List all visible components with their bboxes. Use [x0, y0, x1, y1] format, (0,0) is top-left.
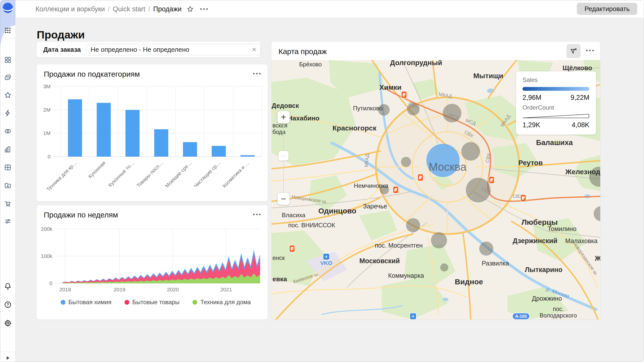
- date-filter-input[interactable]: Не определено - Не определено ×: [86, 44, 261, 55]
- map-label: Видное: [455, 278, 483, 286]
- bar[interactable]: [68, 99, 82, 157]
- bar-chart[interactable]: 3M2M1M0Техника для кр…КухоннаяКухонные т…: [37, 82, 268, 201]
- bar[interactable]: [240, 155, 255, 157]
- map-bubble[interactable]: [479, 242, 493, 256]
- road-number-text: А-105: [515, 314, 527, 319]
- map-label: Володарского: [540, 312, 577, 319]
- map-menu-button[interactable]: [586, 50, 594, 51]
- bar-chart-icon: [4, 146, 12, 153]
- map-label: Малаховка: [565, 237, 597, 244]
- dot: [259, 73, 261, 74]
- bell-icon: [4, 282, 12, 290]
- legend-item[interactable]: Техника для дома: [192, 299, 251, 306]
- map-bubble[interactable]: [406, 218, 420, 232]
- table-icon: [4, 164, 12, 171]
- map-label: Заречье: [363, 203, 387, 210]
- dots-grid-icon: [4, 27, 11, 34]
- legend-item[interactable]: Бытовые товары: [125, 299, 180, 306]
- clear-filter-icon[interactable]: ×: [252, 46, 256, 53]
- ordercount-max-value: 4,08K: [572, 121, 589, 129]
- map-label: Брёхово: [299, 61, 321, 68]
- sidebar-item-collections[interactable]: [4, 56, 12, 64]
- mcd-glyph: ₽: [290, 246, 294, 251]
- dot: [589, 50, 591, 51]
- sales-min-value: 2,96M: [522, 94, 541, 102]
- y-axis-tick: 2M: [43, 107, 51, 113]
- x-axis-tick: Косметика и …: [221, 160, 250, 189]
- bar[interactable]: [126, 110, 140, 157]
- settings-button[interactable]: [4, 319, 12, 327]
- area-chart[interactable]: 200k100k02018201920202021: [37, 223, 268, 297]
- map-bubble[interactable]: [461, 142, 480, 161]
- dot: [253, 214, 255, 215]
- bar[interactable]: [183, 142, 197, 157]
- bar-chart-menu-button[interactable]: [253, 73, 261, 74]
- breadcrumb-collections[interactable]: Коллекции и воркбуки: [35, 5, 105, 13]
- star-icon: [4, 91, 12, 99]
- x-axis-tick: 2019: [114, 287, 126, 292]
- sidebar-item-operations[interactable]: [4, 109, 12, 117]
- dashboard-content: Продажи Дата заказа Не определено - Не о…: [15, 18, 644, 362]
- legend-dot-icon: [61, 300, 65, 305]
- cart-icon: [4, 200, 12, 207]
- sidebar-item-workbooks[interactable]: [4, 74, 12, 81]
- sidebar-item-charts[interactable]: [4, 146, 12, 153]
- sidebar-item-datasets[interactable]: [4, 164, 12, 171]
- notifications-button[interactable]: [4, 282, 12, 290]
- map-label: Москва: [429, 161, 467, 173]
- expand-sidebar-button[interactable]: [4, 354, 12, 362]
- map-filter-button[interactable]: [567, 44, 581, 58]
- play-icon: [5, 355, 11, 361]
- y-axis-tick: 200k: [41, 226, 52, 232]
- bar[interactable]: [97, 103, 111, 157]
- map-bubble[interactable]: [431, 232, 447, 248]
- apps-grid-icon[interactable]: [4, 27, 12, 34]
- datalens-logo[interactable]: [2, 2, 13, 13]
- more-actions-button[interactable]: [200, 8, 208, 10]
- sidebar-item-connections[interactable]: [4, 127, 12, 135]
- breadcrumb-separator: /: [148, 5, 150, 13]
- area-chart-menu-button[interactable]: [253, 214, 261, 215]
- map-label: Власиха: [282, 212, 305, 218]
- edit-button[interactable]: Редактировать: [577, 3, 637, 15]
- legend-item[interactable]: Бытовая химия: [61, 299, 111, 306]
- sidebar-item-services[interactable]: [4, 217, 12, 225]
- copy-icon: [4, 74, 12, 81]
- bar-chart-title: Продажи по подкатегориям: [44, 70, 140, 78]
- sidebar-item-files[interactable]: [4, 182, 12, 189]
- map-badge-mcd: ₽: [418, 174, 423, 181]
- favorite-star-button[interactable]: [187, 6, 194, 13]
- x-axis-tick: Товары посл…: [136, 160, 164, 188]
- help-button[interactable]: ?: [4, 301, 12, 308]
- breadcrumb-separator: /: [108, 5, 110, 13]
- sidebar-item-favorites[interactable]: [4, 91, 12, 99]
- bar[interactable]: [212, 146, 226, 157]
- map-label: Одинцово: [318, 207, 356, 215]
- map-label: Томилино: [548, 225, 577, 232]
- y-axis-tick: 0: [48, 154, 51, 159]
- panel-area-chart: Продажи по неделям 200k100k0201820192020…: [37, 205, 268, 320]
- legend-label: Техника для дома: [200, 299, 251, 306]
- ordercount-min-value: 1,29K: [522, 121, 540, 129]
- map-title: Карта продаж: [278, 47, 327, 56]
- legend-dot-icon: [192, 300, 197, 305]
- datalens-logo-icon: [2, 2, 13, 13]
- y-axis-tick: 1M: [43, 130, 51, 136]
- map-label: Щёлково: [562, 64, 592, 72]
- map-body[interactable]: БрёховоДолгопрудныйМытищиЩёлковоХимкиПут…: [271, 60, 600, 320]
- map-label: евка: [272, 275, 287, 283]
- bar[interactable]: [154, 129, 168, 157]
- map-bubble[interactable]: [440, 263, 448, 272]
- map-header: Карта продаж: [271, 42, 600, 60]
- breadcrumb-workbook[interactable]: Quick start: [113, 5, 145, 13]
- zoom-in-button[interactable]: +: [277, 111, 290, 123]
- map-bubble[interactable]: [401, 157, 411, 167]
- area-chart-legend: Бытовая химияБытовые товарыТехника для д…: [61, 299, 251, 306]
- mcd-glyph: ₽: [419, 175, 422, 180]
- zoom-out-button[interactable]: −: [277, 193, 290, 205]
- map-label: Долгопрудный: [390, 60, 442, 67]
- y-axis-tick: 100k: [41, 253, 52, 259]
- map-label: Мытищи: [473, 72, 503, 80]
- sidebar-item-marketplace[interactable]: [4, 200, 12, 207]
- zoom-slider-handle[interactable]: ········: [278, 151, 289, 161]
